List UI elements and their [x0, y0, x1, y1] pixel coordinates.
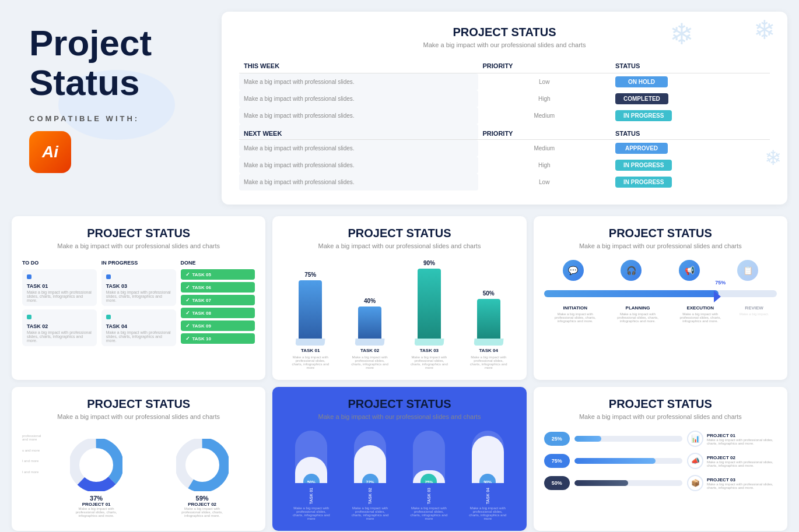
bar-pct: 40% [364, 298, 376, 304]
kanban-card: TASK 01 Make a big impact with professio… [22, 269, 97, 306]
slide5-subtitle: Make a big impact with our professional … [283, 413, 516, 420]
bar-base [414, 339, 444, 346]
progress-bar-container [574, 458, 682, 464]
status-badge: IN PROGRESS [615, 160, 672, 171]
priority-cell: Medium [478, 140, 611, 157]
proj-desc: Make a big impact with professional slid… [707, 460, 777, 467]
bar-chart-item: 50% TASK 04 Make a big impact with profe… [468, 290, 509, 369]
proj-name: PROJECT 02 [707, 455, 777, 460]
task-title: TASK 03 [106, 283, 171, 289]
arch-container: 50% [295, 431, 327, 483]
progress-right: 📦 PROJECT 03 Make a big impact with prof… [687, 475, 777, 491]
slide-pie: PROJECT STATUS Make a big impact with ou… [12, 387, 265, 531]
arch-label: TASK 01 [309, 488, 313, 504]
execution-title: EXECUTION [677, 305, 724, 311]
progress-item: 75% 📣 PROJECT 02 Make a big impact with … [544, 453, 777, 469]
slide5-title: PROJECT STATUS [283, 397, 516, 411]
snowflake-decoration: ❄ [765, 146, 782, 170]
slide-barcharts: PROJECT STATUS Make a big impact with ou… [272, 216, 526, 380]
arch-label: TASK 02 [368, 488, 372, 504]
done-task-label: TASK 09 [192, 323, 211, 329]
kanban-inprogress-col: IN PROGRESS TASK 03 Make a big impact wi… [101, 260, 176, 350]
slide-arch: PROJECT STATUS Make a big impact with ou… [272, 387, 526, 531]
bar-base [296, 339, 325, 346]
timeline-icon-chat: 💬 [563, 260, 584, 281]
status-cell: IN PROGRESS [611, 174, 770, 191]
progress-right: 📊 PROJECT 01 Make a big impact with prof… [687, 431, 777, 447]
slide-kanban: PROJECT STATUS Make a big impact with ou… [12, 216, 265, 380]
next-priority-header: PRIORITY [478, 124, 611, 140]
progress-pct: 75% [544, 454, 570, 468]
progress-item: 50% 📦 PROJECT 03 Make a big impact with … [544, 475, 777, 491]
arch-desc: Make a big impact with professional slid… [292, 506, 330, 520]
bar-3d [293, 280, 328, 346]
bar-chart-item: 75% TASK 01 Make a big impact with profe… [290, 272, 331, 369]
arch-desc: Make a big impact with professional slid… [351, 506, 389, 520]
table-row: Make a big impact with professional slid… [239, 73, 770, 91]
task-title: TASK 04 [106, 323, 171, 329]
status-cell: IN PROGRESS [611, 157, 770, 174]
task-cell: Make a big impact with professional slid… [239, 73, 478, 91]
progress-bar-fill [574, 480, 629, 486]
done-task-label: TASK 07 [192, 298, 211, 303]
task-title: TASK 02 [27, 323, 92, 329]
task-desc: Make a big impact with professional slid… [27, 290, 92, 302]
arch-container: 72% [354, 431, 386, 483]
done-header: DONE [181, 260, 255, 266]
check-icon: ✓ [185, 310, 190, 316]
progress-right: 📣 PROJECT 02 Make a big impact with prof… [687, 453, 777, 469]
pie1-pct: 37% [90, 495, 103, 502]
arch-bg: 90% [472, 431, 504, 483]
check-icon: ✓ [185, 284, 190, 290]
timeline-section: 💬 🎧 📢 📋 75% INITIATION Make a big impac [544, 260, 777, 323]
done-task-item: ✓TASK 08 [181, 308, 255, 318]
done-task-item: ✓TASK 10 [181, 333, 255, 344]
top-right-panel: ❄ ❄ ❄ PROJECT STATUS Make a big impact w… [222, 12, 787, 205]
hero-panel: Project Status COMPATIBLE WITH: Ai [0, 0, 216, 210]
next-week-header: NEXT WEEK [239, 124, 478, 140]
bar-chart-item: 40% TASK 02 Make a big impact with profe… [349, 298, 390, 369]
status-badge: APPROVED [615, 143, 668, 154]
timeline-label-execution: EXECUTION Make a big impact with profess… [677, 305, 724, 323]
arch-item: 50% TASK 01 Make a big impact with profe… [292, 431, 330, 520]
planning-title: PLANNING [615, 305, 661, 311]
slide-progress: PROJECT STATUS Make a big impact with ou… [534, 387, 787, 531]
slide2-subtitle: Make a big impact with our professional … [283, 242, 516, 249]
task-cell: Make a big impact with professional slid… [239, 140, 478, 157]
pie2-desc: Make a big impact with professional slid… [179, 507, 226, 517]
done-tasks: ✓TASK 05✓TASK 06✓TASK 07✓TASK 08✓TASK 09… [181, 269, 255, 344]
kanban-card: TASK 03 Make a big impact with professio… [101, 269, 176, 306]
pie-item-1: 37% PROJECT 01 Make a big impact with pr… [70, 439, 122, 517]
ai-logo: Ai [29, 131, 71, 173]
task-cell: Make a big impact with professional slid… [239, 174, 478, 191]
arch-bg: 25% [413, 431, 445, 483]
kanban-board: TO DO TASK 01 Make a big impact with pro… [22, 260, 255, 350]
done-task-label: TASK 10 [192, 336, 211, 341]
planning-desc: Make a big impact with professional slid… [615, 312, 661, 323]
snowflake-decoration: ❄ [670, 17, 694, 51]
status-cell: ON HOLD [611, 73, 770, 91]
done-task-item: ✓TASK 09 [181, 320, 255, 331]
progress-bar-container [574, 480, 682, 486]
bar-base [474, 339, 503, 346]
table-row: Make a big impact with professional slid… [239, 140, 770, 157]
done-task-item: ✓TASK 07 [181, 295, 255, 305]
slide4-subtitle: Make a big impact with our professional … [22, 413, 255, 420]
pie-item-2: 59% PROJECT 02 Make a big impact with pr… [176, 439, 229, 517]
task-cell: Make a big impact with professional slid… [239, 90, 478, 107]
task-desc: Make a big impact with professional slid… [27, 330, 92, 343]
bar-desc: Make a big impact with professional slid… [468, 355, 509, 369]
pie-charts-row: 37% PROJECT 01 Make a big impact with pr… [43, 435, 255, 520]
todo-header: TO DO [22, 260, 97, 266]
arch-item: 72% TASK 02 Make a big impact with profe… [351, 431, 389, 520]
timeline-fill [544, 290, 719, 297]
kanban-done-col: DONE ✓TASK 05✓TASK 06✓TASK 07✓TASK 08✓TA… [181, 260, 255, 350]
bar-fill [299, 280, 322, 339]
snowflake-decoration: ❄ [754, 15, 776, 45]
bar-desc: Make a big impact with professional slid… [290, 355, 331, 369]
check-icon: ✓ [185, 323, 190, 329]
inprogress-header: IN PROGRESS [101, 260, 176, 266]
extra-desc: Make a big impact. [740, 312, 769, 316]
compatible-label: COMPATIBLE WITH: [29, 114, 198, 123]
status-badge: ON HOLD [615, 76, 668, 87]
